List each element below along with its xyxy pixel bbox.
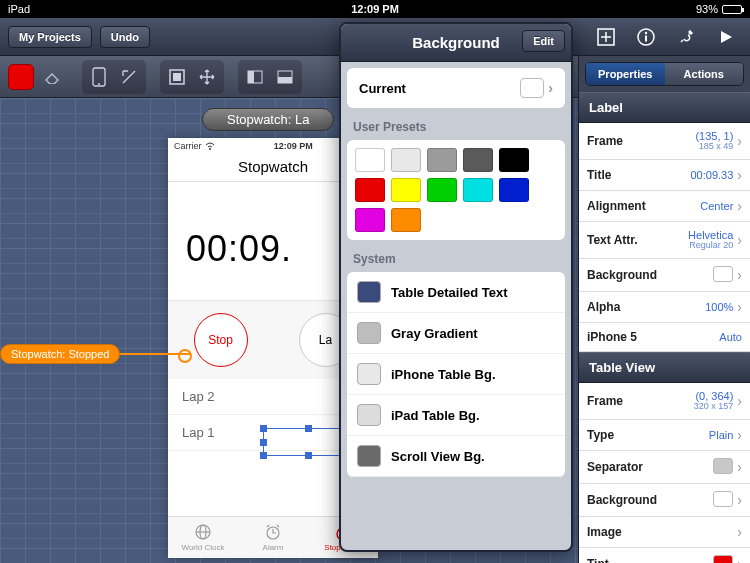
color-swatch[interactable] — [355, 148, 385, 172]
value-swatch — [713, 458, 733, 474]
battery-icon — [722, 5, 742, 14]
color-well[interactable] — [8, 64, 34, 90]
globe-icon — [194, 523, 212, 541]
background-popover: Background Edit Current › User Presets S… — [339, 22, 573, 552]
preset-swatches — [347, 140, 565, 240]
current-row[interactable]: Current › — [347, 68, 565, 108]
chevron-right-icon: › — [737, 133, 742, 149]
color-swatch[interactable] — [355, 178, 385, 202]
color-swatch[interactable] — [463, 148, 493, 172]
svg-point-2 — [645, 31, 647, 33]
align-left-icon[interactable] — [240, 62, 270, 92]
property-row[interactable]: Frame(0, 364)320 x 157› — [579, 383, 750, 420]
popover-title: Background Edit — [341, 24, 571, 62]
system-color-row[interactable]: iPad Table Bg. — [347, 395, 565, 436]
undo-button[interactable]: Undo — [100, 26, 150, 48]
color-swatch[interactable] — [427, 178, 457, 202]
status-time: 12:09 PM — [351, 3, 399, 15]
inspector-panel: Properties Actions LabelFrame(135, 1)185… — [578, 56, 750, 563]
chevron-right-icon: › — [737, 232, 742, 248]
property-row[interactable]: Background› — [579, 259, 750, 292]
svg-rect-3 — [645, 35, 647, 41]
color-swatch[interactable] — [391, 208, 421, 232]
alarm-icon — [264, 523, 282, 541]
chevron-right-icon: › — [737, 459, 742, 475]
property-row[interactable]: Alpha100%› — [579, 292, 750, 323]
tab-alarm[interactable]: Alarm — [238, 517, 308, 558]
ipad-status-bar: iPad 12:09 PM 93% — [0, 0, 750, 18]
color-swatch[interactable] — [499, 178, 529, 202]
property-row[interactable]: AlignmentCenter› — [579, 191, 750, 222]
property-row[interactable]: Frame(135, 1)185 x 49› — [579, 123, 750, 160]
info-icon[interactable] — [630, 23, 662, 51]
color-swatch[interactable] — [499, 148, 529, 172]
current-swatch — [520, 78, 544, 98]
chevron-right-icon: › — [737, 427, 742, 443]
chevron-right-icon: › — [737, 299, 742, 315]
color-swatch[interactable] — [427, 148, 457, 172]
tab-properties[interactable]: Properties — [586, 63, 665, 85]
system-swatch — [357, 404, 381, 426]
color-swatch[interactable] — [355, 208, 385, 232]
color-swatch[interactable] — [391, 178, 421, 202]
chevron-right-icon: › — [737, 393, 742, 409]
chevron-right-icon: › — [737, 524, 742, 540]
chevron-right-icon: › — [737, 492, 742, 508]
system-color-row[interactable]: iPhone Table Bg. — [347, 354, 565, 395]
tab-worldclock[interactable]: World Clock — [168, 517, 238, 558]
system-swatch — [357, 363, 381, 385]
annotation-label: Stopwatch: Stopped — [0, 344, 120, 364]
move-icon[interactable] — [192, 62, 222, 92]
property-row[interactable]: iPhone 5Auto — [579, 323, 750, 352]
svg-rect-9 — [248, 71, 254, 83]
chevron-right-icon: › — [737, 267, 742, 283]
svg-rect-11 — [278, 77, 292, 83]
property-row[interactable]: Separator› — [579, 451, 750, 484]
inspector-tabs: Properties Actions — [585, 62, 744, 86]
annotation-connector — [120, 353, 190, 355]
device-label: iPad — [8, 3, 30, 15]
property-row[interactable]: Tint› — [579, 548, 750, 563]
chevron-right-icon: › — [548, 80, 553, 96]
my-projects-button[interactable]: My Projects — [8, 26, 92, 48]
screen-title-pill[interactable]: Stopwatch: La — [202, 108, 334, 131]
eraser-icon[interactable] — [38, 62, 68, 92]
system-swatch — [357, 281, 381, 303]
edit-button[interactable]: Edit — [522, 30, 565, 52]
chevron-right-icon: › — [737, 167, 742, 183]
property-row[interactable]: Image› — [579, 517, 750, 548]
tab-actions[interactable]: Actions — [665, 63, 744, 85]
svg-point-12 — [209, 148, 211, 150]
section-header: Label — [579, 92, 750, 123]
color-swatch[interactable] — [463, 178, 493, 202]
play-icon[interactable] — [710, 23, 742, 51]
device-portrait-icon[interactable] — [84, 62, 114, 92]
color-swatch[interactable] — [391, 148, 421, 172]
battery-percent: 93% — [696, 3, 718, 15]
property-row[interactable]: TypePlain› — [579, 420, 750, 451]
property-row[interactable]: Background› — [579, 484, 750, 517]
settings-icon[interactable] — [670, 23, 702, 51]
property-row[interactable]: Title00:09.33› — [579, 160, 750, 191]
property-row[interactable]: Text Attr.HelveticaRegular 20› — [579, 222, 750, 259]
system-color-row[interactable]: Table Detailed Text — [347, 272, 565, 313]
add-icon[interactable] — [590, 23, 622, 51]
stop-button[interactable]: Stop — [194, 313, 248, 367]
system-header: System — [341, 246, 571, 272]
rotate-icon[interactable] — [114, 62, 144, 92]
phone-time-label: 12:09 PM — [274, 141, 313, 151]
section-header: Table View — [579, 352, 750, 383]
state-annotation[interactable]: Stopwatch: Stopped — [0, 344, 190, 364]
wifi-icon — [205, 142, 215, 150]
user-presets-header: User Presets — [341, 114, 571, 140]
svg-point-5 — [98, 83, 100, 85]
system-swatch — [357, 322, 381, 344]
value-swatch — [713, 555, 733, 563]
system-color-row[interactable]: Gray Gradient — [347, 313, 565, 354]
bounds-icon[interactable] — [162, 62, 192, 92]
system-list: Table Detailed TextGray GradientiPhone T… — [347, 272, 565, 477]
system-color-row[interactable]: Scroll View Bg. — [347, 436, 565, 477]
carrier-label: Carrier — [174, 141, 202, 151]
align-bottom-icon[interactable] — [270, 62, 300, 92]
value-swatch — [713, 266, 733, 282]
